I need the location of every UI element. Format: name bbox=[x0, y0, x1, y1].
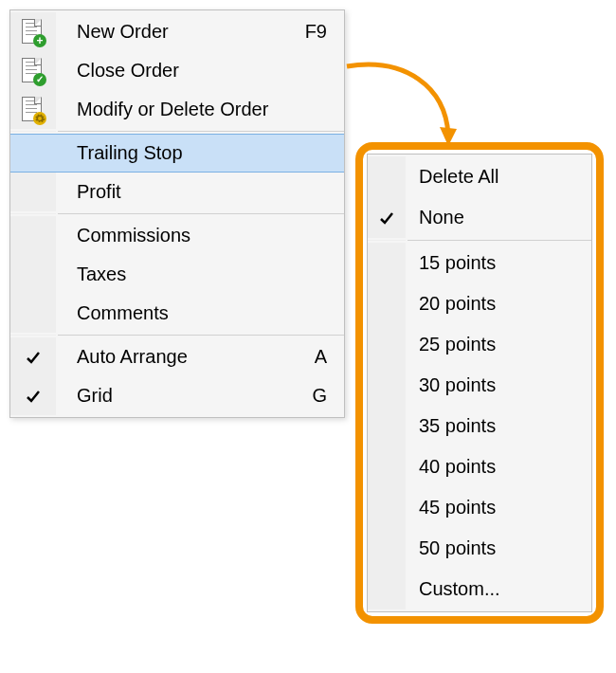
submenu-item-points[interactable]: 25 points bbox=[368, 324, 591, 365]
menu-item-trailing-stop[interactable]: Trailing Stop bbox=[10, 134, 344, 173]
menu-accel: A bbox=[315, 346, 344, 368]
check-icon bbox=[26, 350, 41, 365]
submenu-separator bbox=[368, 240, 591, 241]
menu-item-commissions[interactable]: Commissions bbox=[10, 216, 344, 255]
submenu-item-points[interactable]: 15 points bbox=[368, 243, 591, 283]
submenu-label: 25 points bbox=[406, 334, 591, 355]
menu-label: Trailing Stop bbox=[56, 142, 327, 164]
menu-label: Comments bbox=[56, 302, 344, 324]
menu-item-profit[interactable]: Profit bbox=[10, 173, 344, 211]
menu-label: Close Order bbox=[56, 60, 327, 82]
menu-label: Commissions bbox=[56, 225, 344, 246]
submenu-item-points[interactable]: 30 points bbox=[368, 365, 591, 406]
submenu-label: 40 points bbox=[406, 456, 591, 478]
submenu-label: 20 points bbox=[406, 293, 591, 315]
menu-item-modify-delete-order[interactable]: Modify or Delete Order bbox=[10, 90, 344, 129]
submenu-label: Delete All bbox=[406, 166, 591, 188]
submenu-item-custom[interactable]: Custom... bbox=[368, 569, 591, 609]
submenu-item-points[interactable]: 45 points bbox=[368, 487, 591, 528]
context-menu: + New Order F9 ✓ Close Order bbox=[9, 9, 345, 418]
menu-separator bbox=[10, 131, 344, 132]
menu-accel: F9 bbox=[305, 21, 344, 43]
submenu-label: 15 points bbox=[406, 252, 591, 274]
trailing-stop-submenu: Delete All None 15 points 20 points 25 p… bbox=[367, 154, 592, 612]
menu-item-taxes[interactable]: Taxes bbox=[10, 255, 344, 294]
menu-item-close-order[interactable]: ✓ Close Order bbox=[10, 51, 344, 90]
menu-separator bbox=[10, 213, 344, 214]
submenu-item-none[interactable]: None bbox=[368, 197, 591, 238]
menu-accel: G bbox=[312, 385, 344, 407]
submenu-label: 45 points bbox=[406, 497, 591, 518]
submenu-label: None bbox=[406, 207, 591, 228]
menu-label: New Order bbox=[56, 21, 305, 43]
document-ok-icon: ✓ bbox=[22, 58, 45, 84]
callout-highlight: Delete All None 15 points 20 points 25 p… bbox=[355, 142, 604, 624]
menu-item-new-order[interactable]: + New Order F9 bbox=[10, 12, 344, 51]
submenu-item-points[interactable]: 50 points bbox=[368, 528, 591, 569]
document-gear-icon bbox=[22, 97, 45, 123]
submenu-item-points[interactable]: 40 points bbox=[368, 446, 591, 487]
menu-label: Taxes bbox=[56, 264, 344, 285]
document-add-icon: + bbox=[22, 19, 45, 45]
submenu-item-delete-all[interactable]: Delete All bbox=[368, 156, 591, 197]
menu-separator bbox=[10, 335, 344, 336]
menu-label: Auto Arrange bbox=[56, 346, 315, 368]
menu-label: Grid bbox=[56, 385, 312, 407]
menu-item-grid[interactable]: Grid G bbox=[10, 376, 344, 415]
submenu-label: Custom... bbox=[406, 578, 591, 600]
menu-item-auto-arrange[interactable]: Auto Arrange A bbox=[10, 337, 344, 376]
check-icon bbox=[379, 210, 394, 226]
submenu-label: 50 points bbox=[406, 537, 591, 559]
menu-label: Profit bbox=[56, 181, 327, 203]
submenu-item-points[interactable]: 20 points bbox=[368, 283, 591, 324]
submenu-item-points[interactable]: 35 points bbox=[368, 406, 591, 446]
submenu-label: 35 points bbox=[406, 415, 591, 437]
check-icon bbox=[26, 389, 41, 404]
menu-label: Modify or Delete Order bbox=[56, 99, 327, 120]
submenu-label: 30 points bbox=[406, 374, 591, 396]
menu-item-comments[interactable]: Comments bbox=[10, 294, 344, 333]
